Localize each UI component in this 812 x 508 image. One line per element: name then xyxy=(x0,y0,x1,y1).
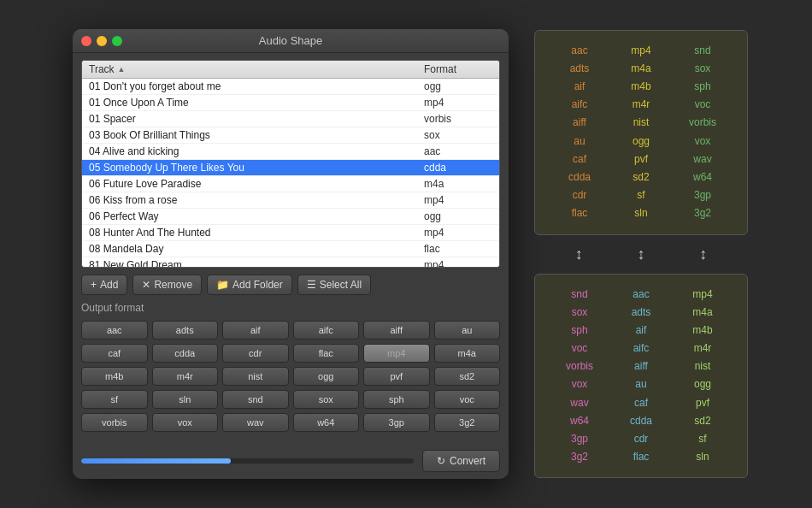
top-format-item: snd xyxy=(672,43,733,59)
track-name: 01 Once Upon A Time xyxy=(89,97,424,109)
format-btn-aifc[interactable]: aifc xyxy=(293,321,360,340)
track-row[interactable]: 08 Hunter And The Hunted mp4 xyxy=(82,225,499,241)
bottom-format-item: pvf xyxy=(672,395,733,411)
top-format-item: mp4 xyxy=(610,43,672,59)
top-format-item: sox xyxy=(672,61,733,77)
track-name: 06 Perfect Way xyxy=(89,210,424,222)
track-row[interactable]: 81 New Gold Dream mp4 xyxy=(82,257,499,267)
track-row[interactable]: 06 Kiss from a rose mp4 xyxy=(82,192,499,209)
track-name: 06 Kiss from a rose xyxy=(89,194,424,206)
top-format-item: caf xyxy=(549,151,610,168)
track-name: 81 New Gold Dream xyxy=(89,259,424,267)
format-btn-sd2[interactable]: sd2 xyxy=(434,367,501,386)
minimize-button[interactable] xyxy=(97,36,107,46)
remove-button[interactable]: ✕ Remove xyxy=(132,275,202,295)
format-btn-cdda[interactable]: cdda xyxy=(152,344,219,363)
select-all-button[interactable]: ☰ Select All xyxy=(297,275,371,295)
top-format-item: aif xyxy=(549,79,610,95)
format-btn-pvf[interactable]: pvf xyxy=(363,367,430,386)
format-btn-sf[interactable]: sf xyxy=(81,390,148,409)
top-format-item: m4b xyxy=(610,79,672,95)
track-row[interactable]: 01 Once Upon A Time mp4 xyxy=(82,95,499,111)
refresh-icon: ↻ xyxy=(437,455,445,467)
window-title: Audio Shape xyxy=(259,34,322,47)
bottom-format-item: sf xyxy=(672,431,733,447)
traffic-lights xyxy=(81,36,122,46)
progress-bar-container xyxy=(81,458,414,464)
track-row[interactable]: 01 Don't you forget about me ogg xyxy=(82,79,499,95)
format-btn-vorbis[interactable]: vorbis xyxy=(81,413,148,432)
format-btn-wav[interactable]: wav xyxy=(222,413,289,432)
track-row[interactable]: 04 Alive and kicking aac xyxy=(82,144,499,160)
track-format: ogg xyxy=(424,210,492,222)
format-btn-snd[interactable]: snd xyxy=(222,390,289,409)
format-btn-caf[interactable]: caf xyxy=(81,344,148,363)
track-list[interactable]: 01 Don't you forget about me ogg 01 Once… xyxy=(82,79,499,267)
format-btn-adts[interactable]: adts xyxy=(152,321,219,340)
format-btn-aiff[interactable]: aiff xyxy=(363,321,430,340)
format-btn-m4b[interactable]: m4b xyxy=(81,367,148,386)
top-format-item: w64 xyxy=(672,169,733,186)
output-section: Output format aacadtsaifaifcaiffaucafcdd… xyxy=(73,302,509,443)
top-format-item: sph xyxy=(672,79,733,95)
track-format: ogg xyxy=(424,80,492,92)
format-btn-m4r[interactable]: m4r xyxy=(152,367,219,386)
track-row[interactable]: 06 Future Love Paradise m4a xyxy=(82,176,499,192)
track-name: 08 Mandela Day xyxy=(89,243,424,255)
top-format-item: ogg xyxy=(610,133,672,150)
format-btn-voc[interactable]: voc xyxy=(434,390,501,409)
format-btn-sox[interactable]: sox xyxy=(293,390,360,409)
add-button[interactable]: + Add xyxy=(81,275,127,295)
track-row[interactable]: 05 Somebody Up There Likes You cdda xyxy=(82,160,499,176)
track-row[interactable]: 01 Spacer vorbis xyxy=(82,111,499,127)
close-button[interactable] xyxy=(81,36,91,46)
top-format-item: vorbis xyxy=(672,115,733,131)
format-btn-sln[interactable]: sln xyxy=(152,390,219,409)
bottom-format-item: nist xyxy=(672,358,733,375)
track-list-header: Track ▲ Format xyxy=(82,61,499,79)
toolbar: + Add ✕ Remove 📁 Add Folder ☰ Select All xyxy=(73,268,509,302)
track-format: mp4 xyxy=(424,97,492,109)
format-btn-vox[interactable]: vox xyxy=(152,413,219,432)
bottom-format-item: wav xyxy=(549,395,610,411)
track-format: vorbis xyxy=(424,113,492,125)
top-format-item: aifc xyxy=(549,97,610,113)
output-format-label: Output format xyxy=(81,302,500,314)
top-format-item: sf xyxy=(610,187,672,204)
format-btn-aac[interactable]: aac xyxy=(81,321,148,340)
format-btn-3g2[interactable]: 3g2 xyxy=(434,413,501,432)
bottom-format-item: ogg xyxy=(672,376,733,393)
format-btn-3gp[interactable]: 3gp xyxy=(363,413,430,432)
format-btn-w64[interactable]: w64 xyxy=(293,413,360,432)
format-btn-aif[interactable]: aif xyxy=(222,321,289,340)
add-folder-button[interactable]: 📁 Add Folder xyxy=(207,275,292,295)
track-format: sox xyxy=(424,129,492,141)
format-btn-flac[interactable]: flac xyxy=(293,344,360,363)
maximize-button[interactable] xyxy=(112,36,122,46)
bottom-format-item: voc xyxy=(549,340,610,357)
top-format-item: sd2 xyxy=(610,169,672,186)
format-btn-sph[interactable]: sph xyxy=(363,390,430,409)
arrow-up-down-3-icon: ↕ xyxy=(699,245,707,263)
track-name: 04 Alive and kicking xyxy=(89,145,424,157)
bottom-format-item: aif xyxy=(610,322,672,339)
format-grid: aacadtsaifaifcaiffaucafcddacdrflacmp4m4a… xyxy=(81,321,500,432)
format-btn-au[interactable]: au xyxy=(434,321,501,340)
format-btn-mp4[interactable]: mp4 xyxy=(363,344,430,363)
bottom-format-item: sd2 xyxy=(672,413,733,429)
top-format-item: adts xyxy=(549,61,610,77)
bottom-format-item: vorbis xyxy=(549,358,610,375)
main-window: Audio Shape Track ▲ Format 01 Don't you … xyxy=(73,29,509,479)
arrow-up-down-1-icon: ↕ xyxy=(575,245,583,263)
arrows-row: ↕ ↕ ↕ xyxy=(534,244,748,265)
track-format: m4a xyxy=(424,178,492,190)
format-btn-m4a[interactable]: m4a xyxy=(434,344,501,363)
convert-button[interactable]: ↻ Convert xyxy=(422,450,500,472)
bottom-format-item: w64 xyxy=(549,413,610,429)
format-btn-nist[interactable]: nist xyxy=(222,367,289,386)
track-row[interactable]: 03 Book Of Brilliant Things sox xyxy=(82,127,499,144)
format-btn-ogg[interactable]: ogg xyxy=(293,367,360,386)
track-row[interactable]: 08 Mandela Day flac xyxy=(82,241,499,257)
format-btn-cdr[interactable]: cdr xyxy=(222,344,289,363)
track-row[interactable]: 06 Perfect Way ogg xyxy=(82,209,499,225)
